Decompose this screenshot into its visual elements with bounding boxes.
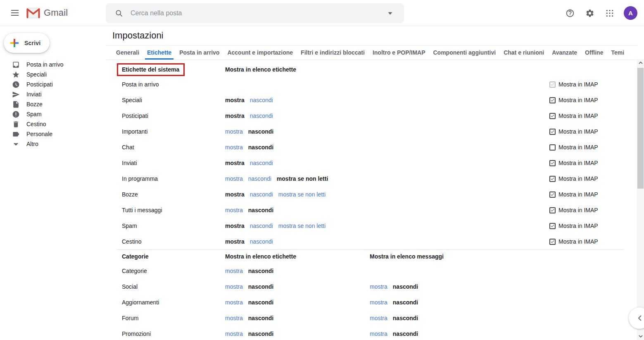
option-mostra[interactable]: mostra bbox=[225, 128, 243, 135]
option-mostra-msglist[interactable]: mostra bbox=[370, 299, 387, 306]
tab-account-e-importazione[interactable]: Account e importazione bbox=[225, 45, 295, 60]
option-mostra[interactable]: mostra bbox=[225, 97, 245, 103]
label-name: Aggiornamenti bbox=[122, 299, 225, 306]
option-nascondi-msglist[interactable]: nascondi bbox=[393, 283, 418, 290]
sidebar-item-spam[interactable]: Spam bbox=[0, 109, 101, 119]
tab-chat-e-riunioni[interactable]: Chat e riunioni bbox=[501, 45, 546, 60]
sidebar-item-altro[interactable]: Altro bbox=[0, 139, 101, 149]
option-mostra[interactable]: mostra bbox=[225, 191, 245, 198]
option-mostra[interactable]: mostra bbox=[225, 223, 245, 229]
option-nascondi[interactable]: nascondi bbox=[248, 268, 273, 274]
option-nascondi[interactable]: nascondi bbox=[248, 175, 271, 182]
imap-checkbox[interactable] bbox=[549, 239, 556, 245]
option-mostra[interactable]: mostra bbox=[225, 315, 243, 321]
option-mostra[interactable]: mostra bbox=[225, 160, 245, 166]
label-list-options: mostranascondi bbox=[225, 283, 370, 290]
tab-generali[interactable]: Generali bbox=[114, 45, 141, 60]
option-mostra[interactable]: mostra bbox=[225, 207, 243, 213]
option-mostra[interactable]: mostra bbox=[225, 175, 243, 182]
app-name: Gmail bbox=[44, 7, 68, 18]
option-nascondi-msglist[interactable]: nascondi bbox=[393, 330, 418, 337]
sidebar-item-label: Altro bbox=[26, 141, 38, 147]
sidebar-item-speciali[interactable]: Speciali bbox=[0, 69, 101, 79]
option-mostra-msglist[interactable]: mostra bbox=[370, 330, 387, 337]
option-nascondi[interactable]: nascondi bbox=[250, 113, 273, 119]
imap-checkbox[interactable] bbox=[549, 192, 556, 198]
tab-inoltro-e-pop-imap[interactable]: Inoltro e POP/IMAP bbox=[371, 45, 428, 60]
tab-temi[interactable]: Temi bbox=[609, 45, 626, 60]
imap-checkbox[interactable] bbox=[549, 129, 556, 135]
option-mostra[interactable]: mostra bbox=[225, 299, 243, 306]
search-input[interactable] bbox=[127, 10, 382, 17]
gmail-logo[interactable]: Gmail bbox=[26, 7, 68, 18]
option-nascondi[interactable]: nascondi bbox=[248, 283, 273, 290]
label-list-options: mostranascondi bbox=[225, 330, 370, 337]
imap-checkbox[interactable] bbox=[549, 113, 556, 119]
label-list-options: mostranascondi bbox=[225, 207, 370, 213]
settings-page: Impostazioni GeneraliEtichettePosta in a… bbox=[106, 26, 637, 340]
option-nascondi[interactable]: nascondi bbox=[248, 128, 273, 135]
message-list-options: mostranascondi bbox=[370, 315, 549, 321]
option-nascondi[interactable]: nascondi bbox=[248, 144, 273, 151]
apps-button[interactable] bbox=[601, 5, 618, 22]
scrollbar-thumb[interactable] bbox=[637, 68, 644, 189]
sidebar-item-inviati[interactable]: Inviati bbox=[0, 89, 101, 99]
option-nascondi-msglist[interactable]: nascondi bbox=[393, 299, 418, 306]
sidebar-item-posta-in-arrivo[interactable]: Posta in arrivo bbox=[0, 60, 101, 69]
option-mostra-se-non-letti[interactable]: mostra se non letti bbox=[278, 223, 326, 229]
option-mostra-se-non-letti[interactable]: mostra se non letti bbox=[277, 175, 328, 182]
option-mostra-msglist[interactable]: mostra bbox=[370, 283, 387, 290]
option-mostra[interactable]: mostra bbox=[225, 283, 243, 290]
search-options-button[interactable] bbox=[382, 5, 398, 22]
option-nascondi[interactable]: nascondi bbox=[248, 299, 273, 306]
account-avatar[interactable]: A bbox=[624, 6, 637, 20]
scrollbar[interactable] bbox=[637, 59, 644, 340]
tab-etichette[interactable]: Etichette bbox=[145, 45, 173, 60]
option-mostra[interactable]: mostra bbox=[225, 330, 243, 337]
option-nascondi[interactable]: nascondi bbox=[248, 330, 273, 337]
option-nascondi[interactable]: nascondi bbox=[250, 191, 273, 198]
tab-filtri-e-indirizzi-bloccati[interactable]: Filtri e indirizzi bloccati bbox=[299, 45, 367, 60]
sidebar-item-label: Cestino bbox=[26, 121, 46, 127]
scrollbar-down-arrow[interactable] bbox=[637, 333, 644, 340]
option-nascondi-msglist[interactable]: nascondi bbox=[393, 315, 418, 321]
option-nascondi[interactable]: nascondi bbox=[250, 97, 273, 103]
tab-posta-in-arrivo[interactable]: Posta in arrivo bbox=[177, 45, 221, 60]
option-nascondi[interactable]: nascondi bbox=[250, 223, 273, 229]
search-bar[interactable] bbox=[106, 3, 404, 23]
sidebar-item-cestino[interactable]: Cestino bbox=[0, 119, 101, 129]
option-nascondi[interactable]: nascondi bbox=[250, 160, 273, 166]
option-nascondi[interactable]: nascondi bbox=[248, 207, 273, 213]
search-button[interactable] bbox=[111, 5, 127, 22]
option-mostra[interactable]: mostra bbox=[225, 268, 243, 274]
compose-button[interactable]: Scrivi bbox=[4, 33, 50, 53]
imap-option: Mostra in IMAP bbox=[549, 160, 624, 166]
clock-icon bbox=[12, 80, 20, 89]
option-nascondi[interactable]: nascondi bbox=[248, 315, 273, 321]
sidebar-item-posticipati[interactable]: Posticipati bbox=[0, 79, 101, 89]
sidebar-item-bozze[interactable]: Bozze bbox=[0, 99, 101, 109]
settings-tabs: GeneraliEtichettePosta in arrivoAccount … bbox=[106, 45, 637, 60]
imap-checkbox[interactable] bbox=[549, 144, 556, 151]
main-menu-button[interactable] bbox=[5, 3, 25, 23]
imap-checkbox[interactable] bbox=[549, 223, 556, 229]
option-mostra[interactable]: mostra bbox=[225, 238, 245, 245]
imap-checkbox[interactable] bbox=[549, 97, 556, 103]
option-mostra[interactable]: mostra bbox=[225, 113, 245, 119]
imap-checkbox[interactable] bbox=[549, 176, 556, 182]
imap-checkbox[interactable] bbox=[549, 160, 556, 166]
option-mostra[interactable]: mostra bbox=[225, 144, 243, 151]
option-mostra-se-non-letti[interactable]: mostra se non letti bbox=[278, 191, 326, 198]
help-button[interactable] bbox=[562, 5, 578, 22]
tab-offline[interactable]: Offline bbox=[583, 45, 605, 60]
settings-button[interactable] bbox=[582, 5, 598, 22]
option-mostra-msglist[interactable]: mostra bbox=[370, 315, 387, 321]
option-nascondi[interactable]: nascondi bbox=[250, 238, 273, 245]
sidebar-item-personale[interactable]: Personale bbox=[0, 129, 101, 139]
imap-checkbox[interactable] bbox=[549, 207, 556, 213]
imap-label: Mostra in IMAP bbox=[558, 128, 598, 135]
tab-componenti-aggiuntivi[interactable]: Componenti aggiuntivi bbox=[431, 45, 498, 60]
tab-avanzate[interactable]: Avanzate bbox=[550, 45, 579, 60]
spam-icon bbox=[12, 110, 20, 118]
scrollbar-up-arrow[interactable] bbox=[637, 60, 644, 66]
